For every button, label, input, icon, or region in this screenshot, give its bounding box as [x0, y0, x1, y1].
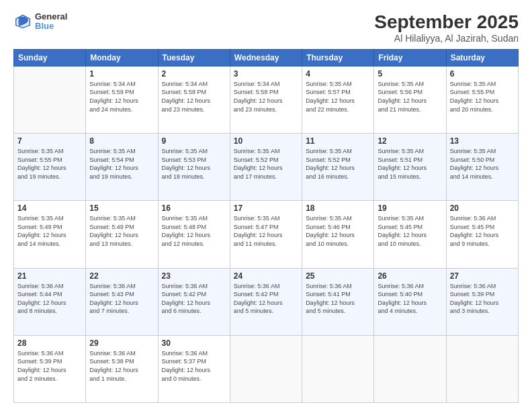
day-number: 8 — [89, 136, 154, 146]
day-number: 16 — [162, 203, 226, 213]
day-info: Sunrise: 5:36 AMSunset: 5:45 PMDaylight:… — [450, 214, 515, 248]
logo-line1: General — [35, 12, 67, 21]
page-title: September 2025 — [374, 12, 519, 33]
page: General Blue September 2025 Al Hilaliyya… — [0, 0, 532, 411]
calendar-body: 1Sunrise: 5:34 AMSunset: 5:59 PMDaylight… — [14, 66, 519, 402]
calendar-cell: 21Sunrise: 5:36 AMSunset: 5:44 PMDayligh… — [14, 268, 86, 335]
day-info: Sunrise: 5:35 AMSunset: 5:51 PMDaylight:… — [378, 147, 442, 181]
day-info: Sunrise: 5:34 AMSunset: 5:59 PMDaylight:… — [89, 80, 154, 113]
day-number: 29 — [89, 338, 154, 348]
logo-text: General Blue — [35, 12, 67, 32]
day-number: 24 — [234, 271, 298, 281]
day-number: 9 — [162, 136, 226, 146]
day-number: 23 — [162, 271, 226, 281]
day-info: Sunrise: 5:35 AMSunset: 5:49 PMDaylight:… — [17, 214, 82, 248]
page-subtitle: Al Hilaliyya, Al Jazirah, Sudan — [374, 33, 519, 44]
day-info: Sunrise: 5:35 AMSunset: 5:50 PMDaylight:… — [450, 147, 515, 181]
day-info: Sunrise: 5:34 AMSunset: 5:58 PMDaylight:… — [162, 80, 226, 113]
day-number: 5 — [378, 69, 442, 79]
calendar-cell: 6Sunrise: 5:35 AMSunset: 5:55 PMDaylight… — [446, 66, 518, 133]
day-info: Sunrise: 5:35 AMSunset: 5:47 PMDaylight:… — [234, 214, 298, 248]
day-number: 14 — [17, 203, 82, 213]
calendar-cell — [374, 335, 446, 402]
day-info: Sunrise: 5:35 AMSunset: 5:52 PMDaylight:… — [306, 147, 370, 181]
day-info: Sunrise: 5:36 AMSunset: 5:43 PMDaylight:… — [89, 282, 154, 316]
day-number: 30 — [162, 338, 226, 348]
calendar-cell: 28Sunrise: 5:36 AMSunset: 5:39 PMDayligh… — [14, 335, 86, 402]
day-info: Sunrise: 5:34 AMSunset: 5:58 PMDaylight:… — [234, 80, 298, 113]
calendar-cell: 17Sunrise: 5:35 AMSunset: 5:47 PMDayligh… — [230, 201, 302, 268]
day-number: 25 — [306, 271, 370, 281]
day-number: 12 — [378, 136, 442, 146]
calendar-cell: 4Sunrise: 5:35 AMSunset: 5:57 PMDaylight… — [302, 66, 374, 133]
day-number: 15 — [89, 203, 154, 213]
day-number: 19 — [378, 203, 442, 213]
day-number: 22 — [89, 271, 154, 281]
calendar-cell: 9Sunrise: 5:35 AMSunset: 5:53 PMDaylight… — [158, 134, 230, 201]
header-cell-sunday: Sunday — [14, 49, 86, 66]
calendar-cell: 3Sunrise: 5:34 AMSunset: 5:58 PMDaylight… — [230, 66, 302, 133]
day-info: Sunrise: 5:36 AMSunset: 5:44 PMDaylight:… — [17, 282, 82, 316]
calendar-cell — [230, 335, 302, 402]
day-number: 10 — [234, 136, 298, 146]
calendar-cell: 18Sunrise: 5:35 AMSunset: 5:46 PMDayligh… — [302, 201, 374, 268]
day-number: 4 — [306, 69, 370, 79]
calendar-table: SundayMondayTuesdayWednesdayThursdayFrid… — [13, 49, 519, 403]
title-block: September 2025 Al Hilaliyya, Al Jazirah,… — [374, 12, 519, 44]
calendar-cell: 29Sunrise: 5:36 AMSunset: 5:38 PMDayligh… — [86, 335, 158, 402]
header-cell-friday: Friday — [374, 49, 446, 66]
day-info: Sunrise: 5:35 AMSunset: 5:56 PMDaylight:… — [378, 80, 442, 113]
day-info: Sunrise: 5:35 AMSunset: 5:46 PMDaylight:… — [306, 214, 370, 248]
header-cell-monday: Monday — [86, 49, 158, 66]
calendar-cell: 14Sunrise: 5:35 AMSunset: 5:49 PMDayligh… — [14, 201, 86, 268]
day-info: Sunrise: 5:36 AMSunset: 5:38 PMDaylight:… — [89, 349, 154, 383]
calendar-cell — [302, 335, 374, 402]
header-row: SundayMondayTuesdayWednesdayThursdayFrid… — [14, 49, 519, 66]
calendar-cell: 27Sunrise: 5:36 AMSunset: 5:39 PMDayligh… — [446, 268, 518, 335]
calendar-cell: 11Sunrise: 5:35 AMSunset: 5:52 PMDayligh… — [302, 134, 374, 201]
calendar-cell: 26Sunrise: 5:36 AMSunset: 5:40 PMDayligh… — [374, 268, 446, 335]
calendar-cell: 10Sunrise: 5:35 AMSunset: 5:52 PMDayligh… — [230, 134, 302, 201]
logo-icon — [13, 12, 32, 31]
day-info: Sunrise: 5:35 AMSunset: 5:49 PMDaylight:… — [89, 214, 154, 248]
day-number: 13 — [450, 136, 515, 146]
day-number: 17 — [234, 203, 298, 213]
calendar-cell: 25Sunrise: 5:36 AMSunset: 5:41 PMDayligh… — [302, 268, 374, 335]
day-info: Sunrise: 5:35 AMSunset: 5:45 PMDaylight:… — [378, 214, 442, 248]
calendar-cell: 30Sunrise: 5:36 AMSunset: 5:37 PMDayligh… — [158, 335, 230, 402]
day-number: 3 — [234, 69, 298, 79]
calendar-cell: 1Sunrise: 5:34 AMSunset: 5:59 PMDaylight… — [86, 66, 158, 133]
calendar-week-3: 14Sunrise: 5:35 AMSunset: 5:49 PMDayligh… — [14, 201, 519, 268]
day-number: 18 — [306, 203, 370, 213]
calendar-cell: 13Sunrise: 5:35 AMSunset: 5:50 PMDayligh… — [446, 134, 518, 201]
calendar-cell: 2Sunrise: 5:34 AMSunset: 5:58 PMDaylight… — [158, 66, 230, 133]
logo: General Blue — [13, 12, 67, 32]
day-number: 6 — [450, 69, 515, 79]
calendar-cell — [446, 335, 518, 402]
calendar-week-4: 21Sunrise: 5:36 AMSunset: 5:44 PMDayligh… — [14, 268, 519, 335]
header-cell-tuesday: Tuesday — [158, 49, 230, 66]
day-info: Sunrise: 5:35 AMSunset: 5:57 PMDaylight:… — [306, 80, 370, 113]
calendar-cell: 12Sunrise: 5:35 AMSunset: 5:51 PMDayligh… — [374, 134, 446, 201]
day-number: 11 — [306, 136, 370, 146]
calendar-week-1: 1Sunrise: 5:34 AMSunset: 5:59 PMDaylight… — [14, 66, 519, 133]
calendar-week-2: 7Sunrise: 5:35 AMSunset: 5:55 PMDaylight… — [14, 134, 519, 201]
day-info: Sunrise: 5:36 AMSunset: 5:41 PMDaylight:… — [306, 282, 370, 316]
day-number: 7 — [17, 136, 82, 146]
calendar-cell: 20Sunrise: 5:36 AMSunset: 5:45 PMDayligh… — [446, 201, 518, 268]
day-info: Sunrise: 5:36 AMSunset: 5:42 PMDaylight:… — [234, 282, 298, 316]
calendar-cell: 7Sunrise: 5:35 AMSunset: 5:55 PMDaylight… — [14, 134, 86, 201]
day-info: Sunrise: 5:35 AMSunset: 5:53 PMDaylight:… — [162, 147, 226, 181]
header-cell-wednesday: Wednesday — [230, 49, 302, 66]
day-info: Sunrise: 5:35 AMSunset: 5:55 PMDaylight:… — [450, 80, 515, 113]
calendar-cell: 15Sunrise: 5:35 AMSunset: 5:49 PMDayligh… — [86, 201, 158, 268]
header: General Blue September 2025 Al Hilaliyya… — [13, 12, 519, 44]
day-info: Sunrise: 5:36 AMSunset: 5:40 PMDaylight:… — [378, 282, 442, 316]
day-info: Sunrise: 5:36 AMSunset: 5:37 PMDaylight:… — [162, 349, 226, 383]
day-info: Sunrise: 5:36 AMSunset: 5:39 PMDaylight:… — [17, 349, 82, 383]
calendar-cell: 24Sunrise: 5:36 AMSunset: 5:42 PMDayligh… — [230, 268, 302, 335]
day-number: 28 — [17, 338, 82, 348]
day-number: 26 — [378, 271, 442, 281]
calendar-cell: 23Sunrise: 5:36 AMSunset: 5:42 PMDayligh… — [158, 268, 230, 335]
calendar-cell: 5Sunrise: 5:35 AMSunset: 5:56 PMDaylight… — [374, 66, 446, 133]
